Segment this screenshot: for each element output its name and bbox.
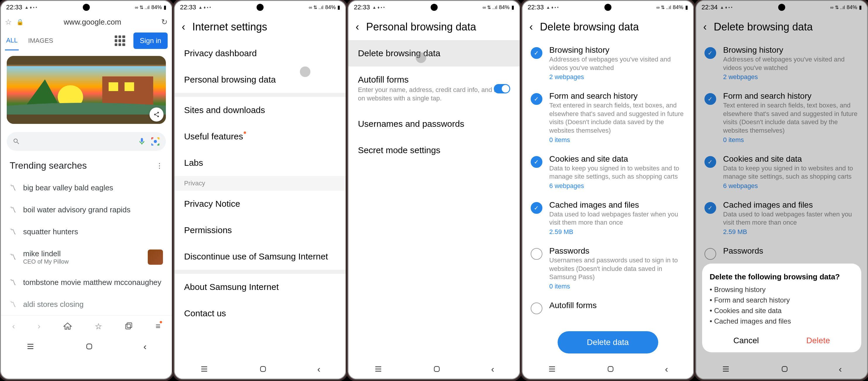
favorite-icon[interactable]: ☆ bbox=[5, 18, 12, 27]
check-title: Autofill forms bbox=[550, 301, 685, 310]
checkbox-icon[interactable] bbox=[531, 302, 542, 314]
tabs-icon[interactable] bbox=[125, 322, 133, 330]
check-item[interactable]: Autofill forms bbox=[523, 295, 693, 320]
status-time: 22:33 bbox=[6, 3, 22, 11]
check-item[interactable]: PasswordsUsernames and passwords used to… bbox=[523, 241, 693, 295]
permissions-item[interactable]: Permissions bbox=[175, 217, 345, 243]
check-item[interactable]: ✓Cookies and site dataData to keep you s… bbox=[523, 149, 693, 195]
back-button[interactable]: ‹ bbox=[665, 364, 668, 375]
checkbox-icon[interactable]: ✓ bbox=[531, 93, 542, 105]
labs-item[interactable]: Labs bbox=[175, 150, 345, 176]
google-tabs: ALL IMAGES Sign in bbox=[1, 30, 172, 51]
contact-us-item[interactable]: Contact us bbox=[175, 300, 345, 326]
back-icon[interactable]: ‹ bbox=[12, 322, 15, 331]
delete-data-button[interactable]: Delete data bbox=[558, 331, 658, 353]
settings-list[interactable]: Delete browsing data Autofill forms Ente… bbox=[348, 40, 519, 359]
signin-button[interactable]: Sign in bbox=[133, 32, 167, 49]
recents-button[interactable] bbox=[200, 364, 209, 373]
system-nav-bar: ‹ bbox=[523, 359, 693, 379]
useful-features-item[interactable]: Useful features bbox=[175, 123, 345, 150]
trending-arrow-icon: 〽 bbox=[10, 184, 16, 192]
svg-rect-10 bbox=[87, 344, 92, 349]
trending-arrow-icon: 〽 bbox=[10, 228, 16, 236]
back-button[interactable]: ‹ bbox=[317, 364, 320, 375]
share-icon[interactable] bbox=[150, 108, 163, 121]
check-count: 6 webpages bbox=[550, 182, 685, 190]
delete-button[interactable]: Delete bbox=[798, 333, 839, 348]
forward-icon[interactable]: › bbox=[38, 322, 40, 331]
delete-browsing-item[interactable]: Delete browsing data bbox=[348, 40, 519, 66]
check-item[interactable]: ✓Form and search historyText entered in … bbox=[523, 86, 693, 149]
back-arrow-icon[interactable]: ‹ bbox=[355, 21, 359, 33]
delete-options-list[interactable]: ✓Browsing historyAddresses of webpages y… bbox=[523, 40, 693, 325]
url-text[interactable]: www.google.com bbox=[28, 18, 156, 27]
settings-list[interactable]: Privacy dashboard Personal browsing data… bbox=[175, 40, 345, 359]
tab-images[interactable]: IMAGES bbox=[27, 32, 54, 50]
camera-hole bbox=[604, 4, 612, 11]
check-item[interactable]: ✓Browsing historyAddresses of webpages y… bbox=[523, 40, 693, 86]
divider bbox=[175, 93, 345, 97]
apps-grid-icon[interactable] bbox=[115, 35, 125, 46]
search-box[interactable] bbox=[7, 132, 166, 151]
phone-screen-3: 22:33▲ ♦ ▪ • ∞ ⇅ ..ıl84%▮ ‹ Personal bro… bbox=[347, 0, 520, 380]
checkbox-icon[interactable]: ✓ bbox=[531, 47, 542, 59]
modal-list: • Browsing history• Form and search hist… bbox=[710, 284, 854, 326]
more-icon[interactable]: ⋮ bbox=[156, 162, 163, 170]
camera-hole bbox=[431, 4, 438, 11]
trend-item[interactable]: 〽 big bear valley bald eagles bbox=[1, 177, 172, 199]
autofill-item[interactable]: Autofill forms Enter your name, address,… bbox=[348, 66, 519, 111]
about-item[interactable]: About Samsung Internet bbox=[175, 274, 345, 300]
bookmark-icon[interactable]: ☆ bbox=[95, 322, 102, 331]
privacy-notice-item[interactable]: Privacy Notice bbox=[175, 190, 345, 217]
checkbox-icon[interactable]: ✓ bbox=[531, 202, 542, 214]
home-button[interactable] bbox=[433, 365, 441, 373]
svg-rect-12 bbox=[434, 367, 439, 371]
back-arrow-icon[interactable]: ‹ bbox=[182, 21, 185, 33]
usernames-item[interactable]: Usernames and passwords bbox=[348, 111, 519, 137]
recents-button[interactable] bbox=[26, 342, 35, 351]
trend-item[interactable]: 〽 boil water advisory grand rapids bbox=[1, 199, 172, 221]
notification-dot-icon bbox=[244, 131, 246, 134]
svg-rect-9 bbox=[127, 323, 132, 327]
discontinue-item[interactable]: Discontinue use of Samsung Internet bbox=[175, 243, 345, 270]
checkbox-icon[interactable]: ✓ bbox=[531, 156, 542, 168]
secret-mode-item[interactable]: Secret mode settings bbox=[348, 137, 519, 164]
status-icons: ∞ ⇅ ..ıl bbox=[309, 5, 323, 10]
modal-list-item: • Cached images and files bbox=[710, 316, 854, 326]
home-button[interactable] bbox=[607, 365, 614, 373]
trend-item[interactable]: 〽 tombstone movie matthew mcconaughey bbox=[1, 271, 172, 293]
trend-item[interactable]: 〽 aldi stores closing bbox=[1, 293, 172, 315]
checkbox-icon[interactable] bbox=[531, 248, 542, 260]
google-doodle[interactable] bbox=[7, 56, 166, 124]
tab-all[interactable]: ALL bbox=[5, 31, 19, 50]
phone-screen-5: 22:34▲ ♦ ▪ • ∞ ⇅ ..ıl84%▮ ‹ Delete brows… bbox=[695, 0, 868, 380]
check-subtitle: Data used to load webpages faster when y… bbox=[550, 210, 685, 227]
menu-icon[interactable]: ≡ bbox=[156, 322, 160, 331]
refresh-icon[interactable]: ↻ bbox=[161, 18, 167, 27]
camera-hole bbox=[83, 4, 90, 11]
trend-item[interactable]: 〽 squatter hunters bbox=[1, 221, 172, 243]
privacy-dashboard-item[interactable]: Privacy dashboard bbox=[175, 40, 345, 66]
recents-button[interactable] bbox=[548, 364, 556, 373]
status-time: 22:33 bbox=[180, 3, 196, 11]
back-arrow-icon[interactable]: ‹ bbox=[529, 21, 533, 33]
back-button[interactable]: ‹ bbox=[491, 364, 494, 375]
autofill-toggle[interactable] bbox=[494, 84, 510, 93]
home-icon[interactable] bbox=[63, 322, 72, 331]
battery-icon: ▮ bbox=[163, 4, 166, 10]
phone-screen-2: 22:33▲ ♦ ▪ • ∞ ⇅ ..ıl84%▮ ‹ Internet set… bbox=[174, 0, 346, 380]
home-button[interactable] bbox=[259, 365, 267, 373]
check-item[interactable]: ✓Cached images and filesData used to loa… bbox=[523, 195, 693, 241]
cancel-button[interactable]: Cancel bbox=[725, 333, 768, 348]
personal-browsing-item[interactable]: Personal browsing data bbox=[175, 66, 345, 93]
lens-icon[interactable] bbox=[151, 137, 160, 146]
sites-downloads-item[interactable]: Sites and downloads bbox=[175, 97, 345, 123]
trending-title: Trending searches bbox=[10, 160, 87, 171]
back-button[interactable]: ‹ bbox=[143, 341, 147, 352]
trend-item[interactable]: 〽 mike lindell CEO of My Pillow bbox=[1, 243, 172, 271]
recents-button[interactable] bbox=[374, 364, 383, 373]
home-button[interactable] bbox=[86, 343, 93, 350]
mic-icon[interactable] bbox=[138, 137, 146, 146]
status-bar: 22:33▲ ♦ ▪ • ∞ ⇅ ..ıl84%▮ bbox=[175, 1, 345, 14]
trend-text: tombstone movie matthew mcconaughey bbox=[23, 278, 161, 287]
